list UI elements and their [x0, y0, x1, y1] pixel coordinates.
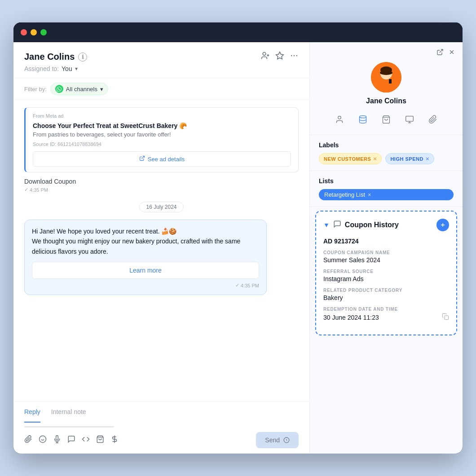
main-content: Jane Colins ℹ — [13, 42, 463, 454]
coupon-header-left: ▼ Coupon History — [323, 220, 399, 230]
related-product-label: RELATED PRODUCT CATEGORY — [323, 288, 449, 293]
svg-point-5 — [294, 55, 295, 57]
check-icon: ✓ — [24, 187, 28, 193]
chat-panel: Jane Colins ℹ — [13, 42, 310, 454]
more-options-icon[interactable] — [290, 51, 299, 62]
coupon-history-highlight: ▼ Coupon History — [315, 211, 457, 335]
remove-retargeting-icon[interactable]: × — [368, 191, 371, 198]
coupon-title: Coupon History — [345, 221, 399, 229]
add-coupon-button[interactable] — [436, 219, 449, 231]
high-spend-label: HIGH SPEND — [390, 156, 423, 162]
comment-icon[interactable] — [67, 435, 75, 445]
code-icon[interactable] — [82, 435, 90, 445]
reply-input-area: Send — [24, 423, 299, 454]
close-panel-icon[interactable] — [448, 48, 455, 57]
avatar — [371, 62, 401, 93]
mic-icon[interactable] — [53, 435, 61, 445]
redemption-label: REDEMPTION DATE AND TIME — [323, 307, 449, 312]
referral-source-field: REFERRAL SOURCE Instagram Ads — [323, 269, 449, 282]
download-message: Download Coupon — [24, 178, 299, 185]
msg-time-1: ✓ 4:35 PM — [24, 187, 299, 193]
reply-tabs: Reply Internal note — [24, 402, 299, 423]
remove-new-customers-icon[interactable]: × — [373, 155, 377, 162]
svg-point-4 — [291, 55, 292, 57]
contact-info: Jane Colins — [310, 57, 463, 135]
chat-title-left: Jane Colins ℹ — [24, 52, 87, 62]
coupon-ad-id: AD 9213724 — [323, 238, 449, 245]
bubble-time-row: ✓ 4:35 PM — [32, 282, 259, 288]
lists-title: Lists — [319, 177, 454, 185]
labels-section: Labels NEW CUSTOMERS × HIGH SPEND × — [310, 135, 463, 171]
right-panel-header — [310, 42, 463, 57]
chat-contact-name: Jane Colins — [24, 52, 75, 62]
right-panel: Jane Colins — [310, 42, 463, 454]
send-button[interactable]: Send — [256, 432, 299, 448]
tags-row: NEW CUSTOMERS × HIGH SPEND × — [319, 153, 454, 164]
messages-area[interactable]: From Meta ad Choose Your Perfect Treat a… — [13, 100, 309, 401]
svg-point-0 — [263, 53, 266, 56]
paperclip-contact-icon[interactable] — [425, 111, 441, 128]
delivered-icon: ✓ — [235, 282, 239, 288]
retargeting-list-tag: Retargeting List × — [319, 189, 454, 200]
chat-header: Jane Colins ℹ — [13, 42, 309, 78]
date-divider: 16 July 2024 — [24, 202, 299, 212]
maximize-button[interactable] — [40, 29, 47, 35]
close-button[interactable] — [21, 29, 27, 35]
copy-icon[interactable] — [442, 313, 449, 322]
assigned-chevron-icon[interactable]: ▾ — [75, 66, 78, 72]
see-ad-button[interactable]: See ad details — [33, 151, 291, 167]
external-link-icon[interactable] — [436, 48, 444, 57]
assigned-value: You — [62, 65, 72, 72]
high-spend-tag: HIGH SPEND × — [385, 153, 434, 164]
meta-ad-source: Source ID: 6612141078838694 — [33, 141, 291, 147]
attach-icon[interactable] — [24, 435, 32, 445]
meta-ad-container: From Meta ad Choose Your Perfect Treat a… — [24, 107, 299, 194]
redemption-value: 30 June 2024 11:23 — [323, 314, 379, 321]
msg-time-2: ✓ 4:35 PM — [32, 282, 259, 288]
bubble-text: Hi Jane! We hope you loved your recent t… — [32, 226, 259, 256]
coupon-campaign-value: Summer Sales 2024 — [323, 256, 449, 264]
minimize-button[interactable] — [31, 29, 37, 35]
svg-point-8 — [40, 436, 46, 442]
send-label: Send — [265, 436, 280, 444]
coupon-header: ▼ Coupon History — [323, 219, 449, 231]
coupon-history-card: ▼ Coupon History — [316, 212, 456, 335]
info-icon[interactable]: ℹ — [78, 53, 87, 62]
titlebar — [13, 22, 463, 42]
outbound-bubble: Hi Jane! We hope you loved your recent t… — [24, 220, 267, 295]
external-link-icon — [139, 155, 145, 163]
assigned-label: Assigned to: — [24, 65, 59, 72]
collapse-icon[interactable]: ▼ — [323, 221, 330, 229]
svg-point-6 — [296, 55, 298, 57]
svg-point-25 — [338, 116, 341, 119]
app-window: Jane Colins ℹ — [13, 22, 463, 454]
lists-section: Lists Retargeting List × — [310, 171, 463, 207]
monitor-contact-icon[interactable] — [401, 111, 418, 128]
emoji-icon[interactable] — [39, 435, 47, 445]
date-pill: 16 July 2024 — [139, 202, 183, 212]
internal-note-tab[interactable]: Internal note — [51, 402, 86, 423]
speech-bubble-icon — [333, 220, 341, 230]
person-contact-icon[interactable] — [331, 111, 348, 128]
coupon-campaign-label: COUPON CAMPAIGN NAME — [323, 250, 449, 255]
bag-icon[interactable] — [96, 435, 104, 445]
add-user-icon[interactable] — [261, 51, 270, 62]
bag-contact-icon[interactable] — [378, 111, 394, 128]
remove-high-spend-icon[interactable]: × — [426, 155, 429, 162]
labels-title: Labels — [319, 141, 454, 149]
meta-ad-desc: From pastries to beverages, select your … — [33, 131, 291, 138]
filter-chevron-icon: ▾ — [100, 86, 103, 93]
svg-point-23 — [380, 71, 392, 75]
reply-tab[interactable]: Reply — [24, 402, 40, 423]
svg-point-26 — [360, 116, 366, 118]
referral-source-value: Instagram Ads — [323, 275, 449, 282]
reply-bar: Reply Internal note — [13, 401, 309, 454]
filter-chip[interactable]: All channels ▾ — [50, 83, 108, 95]
dollar-icon[interactable] — [110, 435, 119, 445]
database-contact-icon[interactable] — [355, 111, 371, 128]
learn-more-button[interactable]: Learn more — [32, 262, 259, 279]
related-product-field: RELATED PRODUCT CATEGORY Bakery — [323, 288, 449, 301]
svg-line-16 — [440, 49, 443, 53]
contact-icons — [331, 111, 441, 128]
star-icon[interactable] — [275, 51, 284, 62]
